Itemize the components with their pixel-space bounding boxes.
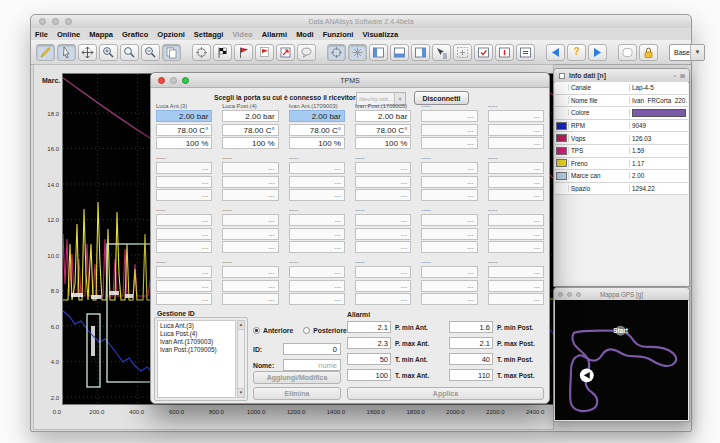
list-scrollbar[interactable]: ▲ ▼ [237, 320, 245, 398]
sensor-temp-field[interactable]: 78.00 C° [355, 124, 411, 136]
preset-dropdown[interactable]: Base ▼ [669, 44, 705, 61]
sensor-battery-field[interactable]: --- [421, 241, 477, 253]
sensor-temp-field[interactable]: --- [421, 176, 477, 188]
info-row[interactable]: Nome file Ivan_FRCorta_220… [555, 95, 688, 108]
info-row[interactable]: Spazio 1294.22 [555, 183, 688, 196]
sensor-temp-field[interactable]: --- [222, 176, 278, 188]
sensor-pressure-field[interactable]: --- [421, 162, 477, 174]
duplicate-view-button[interactable] [162, 44, 181, 61]
sensor-battery-field[interactable]: --- [488, 137, 544, 149]
sensor-temp-field[interactable]: --- [156, 280, 212, 292]
sensor-battery-field[interactable]: --- [488, 241, 544, 253]
sensor-pressure-field[interactable]: --- [289, 214, 345, 226]
sensor-pressure-field[interactable]: --- [222, 266, 278, 278]
sensor-pressure-field[interactable]: --- [355, 266, 411, 278]
sensor-battery-field[interactable]: --- [289, 189, 345, 201]
sensor-temp-field[interactable]: --- [156, 176, 212, 188]
alarm-value-field[interactable]: 110 [449, 369, 493, 381]
layout-left-button[interactable] [369, 44, 388, 61]
scroll-up-icon[interactable]: ▲ [238, 321, 244, 330]
radio-anteriore[interactable]: Anteriore [253, 327, 293, 334]
info-panel-titlebar[interactable]: Info dati [n] ▫ ⊠ [554, 69, 689, 83]
sensor-pressure-field[interactable]: --- [289, 266, 345, 278]
info-row[interactable]: Marce can 2.00 [555, 170, 688, 183]
sensor-battery-field[interactable]: 100 % [355, 137, 411, 149]
sensor-pressure-field[interactable]: --- [488, 110, 544, 122]
sensor-temp-field[interactable]: 78.00 C° [222, 124, 278, 136]
sensor-pressure-field[interactable]: --- [355, 162, 411, 174]
applica-button[interactable]: Applica [347, 387, 544, 400]
sensor-temp-field[interactable]: --- [355, 176, 411, 188]
sensor-battery-field[interactable]: --- [421, 293, 477, 305]
sensor-temp-field[interactable]: --- [289, 280, 345, 292]
sensor-id-list[interactable]: Luca Ant.(3)Luca Post.(4)Ivan Ant.(17090… [157, 320, 236, 398]
sensor-pressure-field[interactable]: --- [421, 110, 477, 122]
sensor-pressure-field[interactable]: 2.00 bar [156, 110, 212, 122]
layout-right-button[interactable] [411, 44, 430, 61]
menu-online[interactable]: Online [57, 30, 80, 39]
sensor-battery-field[interactable]: --- [355, 241, 411, 253]
alarm-value-field[interactable]: 40 [449, 353, 493, 365]
panel-checkbox[interactable] [559, 73, 565, 79]
sensor-pressure-field[interactable]: --- [222, 162, 278, 174]
sensor-battery-field[interactable]: 100 % [156, 137, 212, 149]
sensor-battery-field[interactable]: --- [156, 241, 212, 253]
cursor-tool-button[interactable] [57, 44, 76, 61]
sensor-temp-field[interactable]: --- [421, 124, 477, 136]
target-button[interactable] [192, 44, 211, 61]
radio-on-icon[interactable] [253, 327, 260, 334]
window-mark-2-button[interactable] [495, 44, 514, 61]
grid-setup-button[interactable] [453, 44, 472, 61]
target-2-button[interactable] [327, 44, 346, 61]
sensor-battery-field[interactable]: --- [355, 293, 411, 305]
info-row[interactable]: Freno 1.17 [555, 158, 688, 171]
sensor-temp-field[interactable]: --- [156, 228, 212, 240]
sensor-pressure-field[interactable]: --- [156, 266, 212, 278]
sensor-id-list-item[interactable]: Ivan Post.(1709005) [158, 345, 235, 353]
prev-lap-button[interactable] [546, 44, 565, 61]
sensor-pressure-field[interactable]: --- [488, 266, 544, 278]
menu-file[interactable]: File [35, 30, 48, 39]
pencil-tool-button[interactable] [36, 44, 55, 61]
sensor-battery-field[interactable]: --- [421, 189, 477, 201]
menu-grafico[interactable]: Grafico [122, 30, 148, 39]
sensor-pressure-field[interactable]: 2.00 bar [222, 110, 278, 122]
sensor-temp-field[interactable]: --- [488, 124, 544, 136]
sensor-temp-field[interactable]: --- [488, 280, 544, 292]
sensor-battery-field[interactable]: --- [222, 241, 278, 253]
info-row[interactable]: Canale Lap-4-5 [555, 82, 688, 95]
sensor-battery-field[interactable]: --- [156, 293, 212, 305]
sensor-pressure-field[interactable]: --- [488, 214, 544, 226]
radio-posteriore[interactable]: Posteriore [303, 327, 347, 334]
sensor-id-list-item[interactable]: Luca Ant.(3) [158, 321, 235, 329]
menu-allarmi[interactable]: Allarmi [262, 30, 287, 39]
sensor-battery-field[interactable]: --- [289, 293, 345, 305]
alarm-value-field[interactable]: 2.3 [347, 337, 391, 349]
sensor-temp-field[interactable]: --- [488, 176, 544, 188]
menu-settaggi[interactable]: Settaggi [194, 30, 224, 39]
sensor-pressure-field[interactable]: 2.00 bar [289, 110, 345, 122]
alarm-value-field[interactable]: 2.1 [347, 321, 391, 333]
sensor-battery-field[interactable]: --- [421, 137, 477, 149]
info-row[interactable]: Vgps 126.03 [555, 132, 688, 145]
sensor-pressure-field[interactable]: --- [421, 214, 477, 226]
panel-close-icon[interactable]: ⊠ [680, 72, 685, 79]
red-flag-2-button[interactable] [255, 44, 274, 61]
menu-visualizza[interactable]: Visualizza [362, 30, 398, 39]
menu-mappa[interactable]: Mappa [89, 30, 113, 39]
menu-modi[interactable]: Modi [296, 30, 314, 39]
lock-button[interactable] [639, 44, 658, 61]
sensor-temp-field[interactable]: --- [488, 228, 544, 240]
lap-marker-button[interactable]: ? [567, 44, 586, 61]
menu-funzioni[interactable]: Funzioni [323, 30, 354, 39]
panel-collapse-icon[interactable]: ▫ [674, 73, 676, 79]
zoom-window-button[interactable] [120, 44, 139, 61]
sensor-temp-field[interactable]: --- [289, 228, 345, 240]
id-field[interactable]: 0 [283, 343, 341, 355]
info-row[interactable]: Colore [555, 107, 688, 120]
window-titlebar[interactable]: Data ANAlisys Software 2.4.4beta [31, 15, 691, 29]
menu-opzioni[interactable]: Opzioni [157, 30, 185, 39]
alarm-value-field[interactable]: 2.1 [449, 337, 493, 349]
alarm-value-field[interactable]: 100 [347, 369, 391, 381]
sensor-temp-field[interactable]: --- [289, 176, 345, 188]
